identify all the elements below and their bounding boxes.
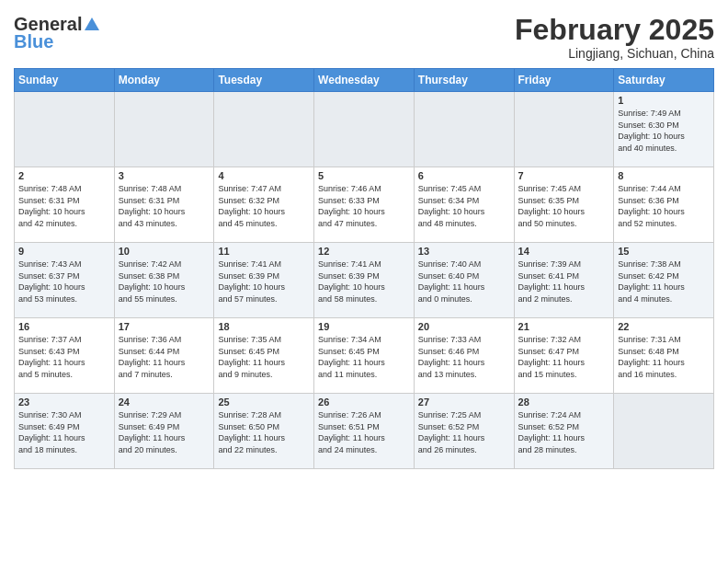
day-number: 24 bbox=[119, 396, 210, 408]
day-number: 25 bbox=[218, 396, 310, 408]
calendar-cell: 20Sunrise: 7:33 AM Sunset: 6:46 PM Dayli… bbox=[414, 318, 514, 394]
calendar-header-wednesday: Wednesday bbox=[314, 69, 415, 92]
day-info: Sunrise: 7:43 AM Sunset: 6:37 PM Dayligh… bbox=[18, 259, 110, 304]
calendar-cell: 17Sunrise: 7:36 AM Sunset: 6:44 PM Dayli… bbox=[114, 318, 214, 394]
calendar-cell: 28Sunrise: 7:24 AM Sunset: 6:52 PM Dayli… bbox=[514, 394, 614, 469]
calendar-week-row: 2Sunrise: 7:48 AM Sunset: 6:31 PM Daylig… bbox=[15, 167, 714, 243]
calendar-cell bbox=[614, 394, 714, 469]
calendar-cell: 3Sunrise: 7:48 AM Sunset: 6:31 PM Daylig… bbox=[114, 167, 214, 243]
calendar-cell: 18Sunrise: 7:35 AM Sunset: 6:45 PM Dayli… bbox=[214, 318, 314, 394]
day-info: Sunrise: 7:30 AM Sunset: 6:49 PM Dayligh… bbox=[18, 409, 110, 455]
location: Lingjiang, Sichuan, China bbox=[515, 46, 714, 61]
day-info: Sunrise: 7:41 AM Sunset: 6:39 PM Dayligh… bbox=[318, 259, 410, 304]
day-info: Sunrise: 7:38 AM Sunset: 6:42 PM Dayligh… bbox=[618, 259, 710, 304]
day-info: Sunrise: 7:45 AM Sunset: 6:35 PM Dayligh… bbox=[518, 183, 610, 229]
calendar-table: SundayMondayTuesdayWednesdayThursdayFrid… bbox=[14, 68, 714, 469]
calendar-cell: 22Sunrise: 7:31 AM Sunset: 6:48 PM Dayli… bbox=[614, 318, 714, 394]
day-number: 6 bbox=[418, 170, 510, 181]
calendar-cell: 26Sunrise: 7:26 AM Sunset: 6:51 PM Dayli… bbox=[314, 394, 415, 469]
calendar-cell bbox=[314, 92, 415, 167]
day-number: 22 bbox=[618, 321, 710, 332]
calendar-cell: 11Sunrise: 7:41 AM Sunset: 6:39 PM Dayli… bbox=[214, 243, 314, 318]
calendar-header-sunday: Sunday bbox=[15, 69, 115, 92]
day-info: Sunrise: 7:46 AM Sunset: 6:33 PM Dayligh… bbox=[318, 183, 410, 229]
calendar-cell: 7Sunrise: 7:45 AM Sunset: 6:35 PM Daylig… bbox=[514, 167, 614, 243]
day-number: 21 bbox=[518, 321, 610, 332]
day-info: Sunrise: 7:40 AM Sunset: 6:40 PM Dayligh… bbox=[418, 259, 510, 304]
calendar-cell bbox=[15, 92, 115, 167]
day-number: 26 bbox=[318, 396, 410, 408]
calendar-cell: 8Sunrise: 7:44 AM Sunset: 6:36 PM Daylig… bbox=[614, 167, 714, 243]
calendar-cell: 21Sunrise: 7:32 AM Sunset: 6:47 PM Dayli… bbox=[514, 318, 614, 394]
calendar-cell: 5Sunrise: 7:46 AM Sunset: 6:33 PM Daylig… bbox=[314, 167, 415, 243]
calendar-cell: 12Sunrise: 7:41 AM Sunset: 6:39 PM Dayli… bbox=[314, 243, 415, 318]
svg-marker-0 bbox=[85, 17, 99, 30]
day-number: 20 bbox=[418, 321, 510, 332]
day-info: Sunrise: 7:48 AM Sunset: 6:31 PM Dayligh… bbox=[18, 183, 110, 229]
day-number: 13 bbox=[418, 246, 510, 257]
day-info: Sunrise: 7:34 AM Sunset: 6:45 PM Dayligh… bbox=[318, 334, 410, 380]
day-number: 23 bbox=[18, 396, 110, 408]
day-number: 4 bbox=[218, 170, 310, 181]
calendar-header-thursday: Thursday bbox=[414, 69, 514, 92]
calendar-cell: 15Sunrise: 7:38 AM Sunset: 6:42 PM Dayli… bbox=[614, 243, 714, 318]
day-info: Sunrise: 7:39 AM Sunset: 6:41 PM Dayligh… bbox=[518, 259, 610, 304]
calendar-cell: 23Sunrise: 7:30 AM Sunset: 6:49 PM Dayli… bbox=[15, 394, 115, 469]
day-info: Sunrise: 7:47 AM Sunset: 6:32 PM Dayligh… bbox=[218, 183, 310, 229]
calendar-cell: 16Sunrise: 7:37 AM Sunset: 6:43 PM Dayli… bbox=[15, 318, 115, 394]
day-number: 3 bbox=[119, 170, 210, 181]
calendar-cell: 19Sunrise: 7:34 AM Sunset: 6:45 PM Dayli… bbox=[314, 318, 415, 394]
calendar-header-friday: Friday bbox=[514, 69, 614, 92]
day-number: 9 bbox=[18, 246, 110, 257]
day-number: 19 bbox=[318, 321, 410, 332]
day-number: 10 bbox=[119, 246, 210, 257]
day-number: 18 bbox=[218, 321, 310, 332]
calendar-cell bbox=[214, 92, 314, 167]
day-info: Sunrise: 7:29 AM Sunset: 6:49 PM Dayligh… bbox=[119, 409, 210, 455]
day-info: Sunrise: 7:41 AM Sunset: 6:39 PM Dayligh… bbox=[218, 259, 310, 304]
day-info: Sunrise: 7:37 AM Sunset: 6:43 PM Dayligh… bbox=[18, 334, 110, 380]
day-info: Sunrise: 7:42 AM Sunset: 6:38 PM Dayligh… bbox=[119, 259, 210, 304]
day-info: Sunrise: 7:24 AM Sunset: 6:52 PM Dayligh… bbox=[518, 409, 610, 455]
calendar-week-row: 16Sunrise: 7:37 AM Sunset: 6:43 PM Dayli… bbox=[15, 318, 714, 394]
day-info: Sunrise: 7:28 AM Sunset: 6:50 PM Dayligh… bbox=[218, 409, 310, 455]
calendar-week-row: 1Sunrise: 7:49 AM Sunset: 6:30 PM Daylig… bbox=[15, 92, 714, 167]
day-info: Sunrise: 7:44 AM Sunset: 6:36 PM Dayligh… bbox=[618, 183, 710, 229]
calendar-cell: 25Sunrise: 7:28 AM Sunset: 6:50 PM Dayli… bbox=[214, 394, 314, 469]
calendar-cell bbox=[414, 92, 514, 167]
page-container: General Blue February 2025 Lingjiang, Si… bbox=[0, 0, 728, 563]
day-info: Sunrise: 7:26 AM Sunset: 6:51 PM Dayligh… bbox=[318, 409, 410, 455]
day-info: Sunrise: 7:25 AM Sunset: 6:52 PM Dayligh… bbox=[418, 409, 510, 455]
calendar-cell: 14Sunrise: 7:39 AM Sunset: 6:41 PM Dayli… bbox=[514, 243, 614, 318]
day-info: Sunrise: 7:45 AM Sunset: 6:34 PM Dayligh… bbox=[418, 183, 510, 229]
day-number: 27 bbox=[418, 396, 510, 408]
month-title: February 2025 bbox=[515, 14, 714, 46]
calendar-week-row: 9Sunrise: 7:43 AM Sunset: 6:37 PM Daylig… bbox=[15, 243, 714, 318]
calendar-header-row: SundayMondayTuesdayWednesdayThursdayFrid… bbox=[15, 69, 714, 92]
day-number: 8 bbox=[618, 170, 710, 181]
logo-icon bbox=[83, 16, 101, 34]
day-number: 12 bbox=[318, 246, 410, 257]
header: General Blue February 2025 Lingjiang, Si… bbox=[14, 14, 714, 61]
calendar-cell: 27Sunrise: 7:25 AM Sunset: 6:52 PM Dayli… bbox=[414, 394, 514, 469]
day-number: 28 bbox=[518, 396, 610, 408]
day-number: 17 bbox=[119, 321, 210, 332]
day-number: 5 bbox=[318, 170, 410, 181]
calendar-cell: 24Sunrise: 7:29 AM Sunset: 6:49 PM Dayli… bbox=[114, 394, 214, 469]
day-number: 15 bbox=[618, 246, 710, 257]
day-number: 14 bbox=[518, 246, 610, 257]
day-number: 16 bbox=[18, 321, 110, 332]
day-info: Sunrise: 7:49 AM Sunset: 6:30 PM Dayligh… bbox=[618, 108, 710, 154]
day-info: Sunrise: 7:36 AM Sunset: 6:44 PM Dayligh… bbox=[119, 334, 210, 380]
calendar-cell: 13Sunrise: 7:40 AM Sunset: 6:40 PM Dayli… bbox=[414, 243, 514, 318]
title-section: February 2025 Lingjiang, Sichuan, China bbox=[515, 14, 714, 61]
calendar-cell bbox=[114, 92, 214, 167]
calendar-cell: 4Sunrise: 7:47 AM Sunset: 6:32 PM Daylig… bbox=[214, 167, 314, 243]
day-info: Sunrise: 7:32 AM Sunset: 6:47 PM Dayligh… bbox=[518, 334, 610, 380]
calendar-cell: 1Sunrise: 7:49 AM Sunset: 6:30 PM Daylig… bbox=[614, 92, 714, 167]
day-info: Sunrise: 7:35 AM Sunset: 6:45 PM Dayligh… bbox=[218, 334, 310, 380]
day-number: 7 bbox=[518, 170, 610, 181]
logo-blue: Blue bbox=[14, 31, 53, 52]
calendar-header-monday: Monday bbox=[114, 69, 214, 92]
day-info: Sunrise: 7:33 AM Sunset: 6:46 PM Dayligh… bbox=[418, 334, 510, 380]
